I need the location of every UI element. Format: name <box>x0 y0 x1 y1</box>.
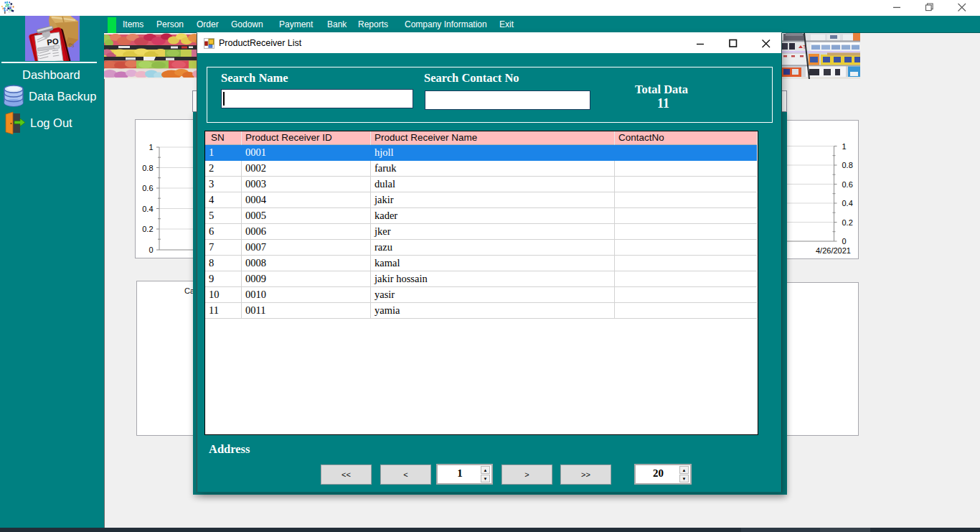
svg-text:0.6: 0.6 <box>842 180 853 189</box>
svg-text:0.2: 0.2 <box>142 225 153 233</box>
svg-text:0: 0 <box>842 237 847 246</box>
svg-text:0.8: 0.8 <box>842 161 853 169</box>
svg-text:4/26/2021: 4/26/2021 <box>816 246 851 255</box>
svg-text:0.8: 0.8 <box>142 164 153 172</box>
svg-text:0.2: 0.2 <box>842 218 853 227</box>
svg-text:0.4: 0.4 <box>842 199 853 207</box>
svg-text:1: 1 <box>149 143 153 151</box>
svg-text:0.6: 0.6 <box>142 184 153 192</box>
svg-text:1: 1 <box>842 142 847 151</box>
svg-text:0: 0 <box>149 246 153 254</box>
svg-text:0.4: 0.4 <box>142 205 153 213</box>
